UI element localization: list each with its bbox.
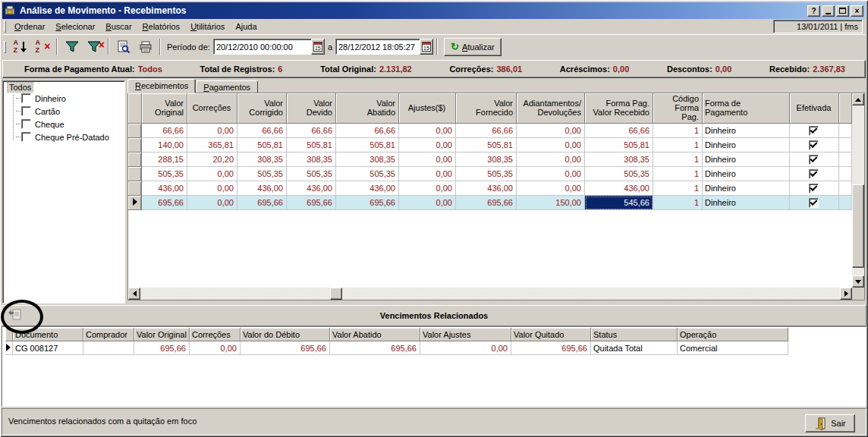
grid-cell-r0-c7[interactable]: 0,00	[517, 124, 585, 138]
menu-item-relat-rios[interactable]: Relatórios	[137, 20, 186, 33]
related-cell-r0-c6[interactable]: 0,00	[420, 341, 511, 355]
grid-cell-r5-efetivada[interactable]	[790, 196, 839, 210]
grid-cell-r1-efetivada[interactable]	[790, 138, 839, 152]
grid-cell-r5-c3[interactable]: 695,66	[287, 196, 336, 210]
grid-cell-r4-c10[interactable]: Dinheiro	[703, 181, 790, 196]
grid-cell-r3-c1[interactable]: 0,00	[187, 167, 237, 181]
date-from-input[interactable]: 20/12/2010 00:00:00	[213, 39, 312, 55]
grid-cell-r3-c4[interactable]: 505,35	[336, 167, 399, 181]
grid-cell-r3-c7[interactable]: 0,00	[517, 167, 585, 181]
grid-cell-r2-c2[interactable]: 308,35	[237, 152, 287, 167]
grid-cell-r0-efetivada[interactable]	[790, 124, 839, 138]
horizontal-scroll-thumb[interactable]	[330, 288, 342, 300]
related-cell-r0-c7[interactable]: 695,66	[511, 341, 591, 355]
grid-cell-r5-c9[interactable]: 1	[653, 196, 703, 210]
scroll-down-button[interactable]	[852, 275, 864, 288]
grid-cell-r0-c1[interactable]: 0,00	[187, 124, 237, 138]
grid-cell-r4-efetivada[interactable]	[790, 181, 839, 196]
grid-cell-r0-c10[interactable]: Dinheiro	[703, 124, 790, 138]
grid-cell-r4-c5[interactable]: 0,00	[399, 181, 456, 196]
tree-item-cheque-pr-datado[interactable]: Cheque Pré-Datado	[6, 130, 124, 143]
related-cell-r0-c9[interactable]: Comercial	[678, 341, 788, 355]
grid-cell-r4-c4[interactable]: 436,00	[336, 181, 399, 196]
horizontal-scrollbar[interactable]	[128, 288, 852, 300]
grid-cell-r0-c5[interactable]: 0,00	[399, 124, 456, 138]
filter-button[interactable]	[61, 37, 83, 57]
grid-cell-r4-c8[interactable]: 436,00	[585, 181, 653, 196]
grid-cell-r2-c1[interactable]: 20,20	[187, 152, 237, 167]
grid-cell-r1-c7[interactable]: 0,00	[517, 138, 585, 152]
related-col-header-7[interactable]: Valor Quitado	[511, 328, 591, 341]
related-col-header-3[interactable]: Correções	[190, 328, 241, 341]
related-cell-r0-c1[interactable]	[83, 341, 134, 355]
grid-col-header-1[interactable]: Correções	[187, 93, 237, 124]
grid-col-header-0[interactable]: Valor Original	[142, 93, 187, 124]
sort-ascending-button[interactable]: AZ	[9, 37, 31, 57]
related-cell-r0-c3[interactable]: 0,00	[190, 341, 241, 355]
date-to-input[interactable]: 28/12/2012 18:05:27	[335, 39, 420, 55]
grid-cell-r5-c0[interactable]: 695,66	[142, 196, 187, 210]
tab-pagamentos[interactable]: Pagamentos	[196, 80, 258, 93]
grid-cell-r0-c4[interactable]: 66,66	[336, 124, 399, 138]
date-to-calendar-button[interactable]: 15	[420, 39, 433, 55]
menu-item-ajuda[interactable]: Ajuda	[230, 20, 262, 33]
efetivada-checkbox-0[interactable]	[809, 126, 819, 136]
grid-cell-r4-c0[interactable]: 436,00	[142, 181, 187, 196]
grid-cell-r3-c0[interactable]: 505,35	[142, 167, 187, 181]
related-col-header-6[interactable]: Valor Ajustes	[420, 328, 511, 341]
grid-cell-r4-c3[interactable]: 436,00	[287, 181, 336, 196]
related-cell-r0-c2[interactable]: 695,66	[134, 341, 190, 355]
grid-cell-r1-c1[interactable]: 365,81	[187, 138, 237, 152]
grid-cell-r5-c10[interactable]: Dinheiro	[703, 196, 790, 210]
sort-remove-button[interactable]: AZ×	[31, 37, 53, 57]
grid-cell-r0-c0[interactable]: 66,66	[142, 124, 187, 138]
related-cell-r0-c8[interactable]: Quitada Total	[591, 341, 678, 355]
grid-cell-r2-c7[interactable]: 0,00	[517, 152, 585, 167]
minimize-button[interactable]	[822, 5, 835, 17]
scroll-right-button[interactable]	[840, 288, 852, 300]
grid-col-header-3[interactable]: Valor Devido	[287, 93, 336, 124]
atualizar-button[interactable]: ↻ Atualizar	[444, 38, 502, 56]
close-button[interactable]: ×	[851, 5, 863, 17]
related-cell-r0-c4[interactable]: 695,66	[241, 341, 330, 355]
related-col-header-2[interactable]: Valor Original	[134, 328, 190, 341]
grid-cell-r3-c3[interactable]: 505,35	[287, 167, 336, 181]
grid-col-header-10[interactable]: Forma de Pagamento	[703, 93, 790, 124]
grid-cell-r2-c9[interactable]: 1	[653, 152, 703, 167]
vertical-scroll-thumb[interactable]	[852, 184, 864, 268]
grid-col-header-7[interactable]: Adiantamentos/ Devoluções	[517, 93, 585, 124]
grid-cell-r5-c4[interactable]: 695,66	[336, 196, 399, 210]
related-col-header-5[interactable]: Valor Abatido	[330, 328, 420, 341]
grid-cell-r3-c8[interactable]: 505,35	[585, 167, 653, 181]
grid-col-header-8[interactable]: Forma Pag. Valor Recebido	[585, 93, 653, 124]
grid-cell-r3-c10[interactable]: Dinheiro	[703, 167, 790, 181]
related-col-header-8[interactable]: Status	[591, 328, 678, 341]
tree-item-dinheiro[interactable]: Dinheiro	[6, 92, 124, 105]
grid-cell-r1-c2[interactable]: 505,81	[237, 138, 287, 152]
grid-cell-r2-c6[interactable]: 308,35	[456, 152, 517, 167]
related-col-header-4[interactable]: Valor do Débito	[241, 328, 330, 341]
help-button[interactable]: ?	[807, 5, 820, 17]
grid-cell-r3-c6[interactable]: 505,35	[456, 167, 517, 181]
grid-cell-r4-c2[interactable]: 436,00	[237, 181, 287, 196]
grid-cell-r1-c5[interactable]: 0,00	[399, 138, 456, 152]
efetivada-checkbox-4[interactable]	[809, 184, 819, 193]
grid-cell-r4-c7[interactable]: 0,00	[517, 181, 585, 196]
grid-cell-r1-c10[interactable]: Dinheiro	[703, 138, 790, 152]
menu-item-ordenar[interactable]: Ordenar	[9, 20, 50, 33]
checkbox-cheque[interactable]	[21, 119, 31, 129]
grid-cell-r4-c6[interactable]: 436,00	[456, 181, 517, 196]
grid-col-header-5[interactable]: Ajustes($)	[399, 93, 456, 124]
related-cell-r0-c0[interactable]: CG 008127	[13, 341, 83, 355]
grid-col-header-9[interactable]: Código Forma Pag.	[653, 93, 703, 124]
grid-cell-r1-c0[interactable]: 140,00	[142, 138, 187, 152]
tab-recebimentos[interactable]: Recebimentos	[127, 79, 196, 93]
grid-cell-r2-c8[interactable]: 308,35	[585, 152, 653, 167]
report-preview-button[interactable]	[112, 37, 134, 57]
menu-item-utilit-rios[interactable]: Utilitários	[185, 20, 230, 33]
grid-cell-r2-c3[interactable]: 308,35	[287, 152, 336, 167]
grid-cell-r1-c4[interactable]: 505,81	[336, 138, 399, 152]
efetivada-checkbox-5[interactable]	[809, 198, 819, 208]
grid-cell-r5-c1[interactable]: 0,00	[187, 196, 237, 210]
grid-cell-r5-c5[interactable]: 0,00	[399, 196, 456, 210]
